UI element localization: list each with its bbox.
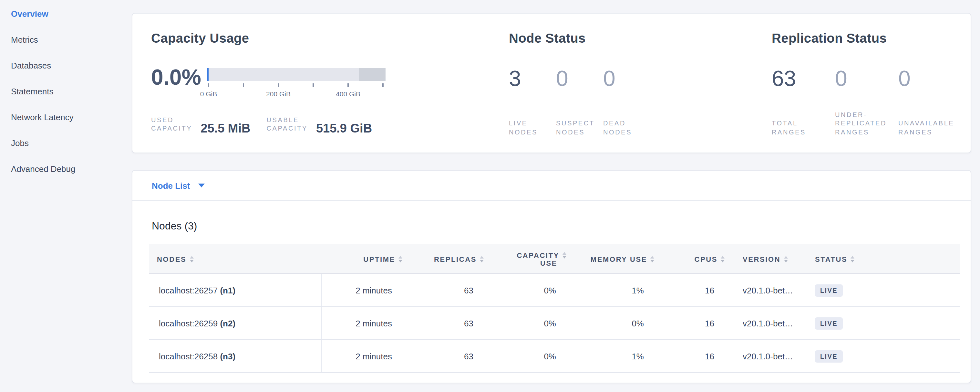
axis-label-0: 0 GiB bbox=[200, 90, 217, 97]
usable-capacity-label: USABLE CAPACITY bbox=[267, 116, 308, 132]
label-line: REPLICATED bbox=[835, 119, 898, 127]
replication-status-section: Replication Status 63 0 0 TOTAL RANGES U… bbox=[772, 14, 966, 153]
sort-icon bbox=[398, 256, 402, 262]
table-row: localhost:26259 (n2) 2 minutes 63 0% 0% … bbox=[149, 307, 960, 339]
column-label: MEMORY USE bbox=[590, 255, 647, 263]
status-cell: LIVE bbox=[809, 307, 960, 339]
uptime-cell: 2 minutes bbox=[321, 274, 402, 307]
replication-status-title: Replication Status bbox=[772, 31, 887, 46]
node-address-cell[interactable]: localhost:26257 (n1) bbox=[149, 274, 321, 307]
chevron-down-icon bbox=[198, 183, 205, 187]
used-capacity-label: USED CAPACITY bbox=[151, 116, 192, 132]
node-status-values: 3 0 0 bbox=[509, 67, 616, 89]
node-status-labels: LIVE NODES SUSPECT NODES DEAD NODES bbox=[509, 109, 632, 136]
used-capacity-bar bbox=[207, 68, 208, 81]
suspect-nodes-label: SUSPECT NODES bbox=[556, 119, 603, 136]
node-list-dropdown[interactable]: Node List bbox=[152, 181, 205, 190]
node-status-section: Node Status 3 0 0 LIVE NODES SUSPECT NOD… bbox=[509, 14, 754, 153]
capacity-use-cell: 0% bbox=[484, 274, 566, 307]
capacity-bar-chart: 0 GiB 200 GiB 400 GiB bbox=[207, 68, 385, 81]
status-badge: LIVE bbox=[815, 350, 843, 362]
replicas-cell: 63 bbox=[402, 274, 484, 307]
version-cell: v20.1.0-bet… bbox=[725, 274, 809, 307]
node-id: (n3) bbox=[220, 351, 235, 361]
column-label-line2: USE bbox=[540, 259, 557, 267]
column-header-status[interactable]: STATUS bbox=[809, 244, 960, 274]
column-label: STATUS bbox=[815, 255, 847, 263]
label-line: RANGES bbox=[772, 127, 835, 136]
column-header-uptime[interactable]: UPTIME bbox=[321, 244, 402, 274]
uptime-cell: 2 minutes bbox=[321, 307, 402, 339]
under-replicated-ranges-label: UNDER- REPLICATED RANGES bbox=[835, 110, 898, 136]
column-label: CPUS bbox=[694, 255, 718, 263]
capacity-use-cell: 0% bbox=[484, 339, 566, 373]
sidebar-item-jobs[interactable]: Jobs bbox=[0, 130, 129, 156]
label-line: USED bbox=[151, 116, 192, 124]
memory-use-cell: 1% bbox=[566, 339, 654, 373]
column-header-capacity-use[interactable]: CAPACITY USE bbox=[484, 244, 566, 274]
node-id: (n2) bbox=[220, 318, 235, 328]
status-cell: LIVE bbox=[809, 339, 960, 373]
axis-tick bbox=[382, 83, 383, 87]
status-badge: LIVE bbox=[815, 317, 843, 329]
sort-icon bbox=[851, 256, 854, 262]
node-address: localhost:26258 bbox=[159, 351, 218, 361]
memory-use-cell: 1% bbox=[566, 274, 654, 307]
nodes-table: NODES UPTIME REPLICAS CAPACITY bbox=[149, 244, 960, 373]
usable-capacity-value: 515.9 GiB bbox=[316, 121, 372, 136]
label-line: NODES bbox=[509, 127, 556, 136]
replication-status-values: 63 0 0 bbox=[772, 67, 911, 89]
version-cell: v20.1.0-bet… bbox=[725, 339, 809, 373]
label-line: NODES bbox=[556, 127, 603, 136]
axis-tick bbox=[243, 83, 244, 87]
column-header-nodes[interactable]: NODES bbox=[149, 244, 321, 274]
capacity-usage-title: Capacity Usage bbox=[151, 31, 249, 46]
node-address-cell[interactable]: localhost:26258 (n3) bbox=[149, 339, 321, 373]
sidebar-item-overview[interactable]: Overview bbox=[0, 1, 129, 27]
column-header-version[interactable]: VERSION bbox=[725, 244, 809, 274]
sidebar-item-metrics[interactable]: Metrics bbox=[0, 27, 129, 53]
capacity-use-cell: 0% bbox=[484, 307, 566, 339]
capacity-usage-section: Capacity Usage 0.0% 0 GiB 200 GiB 400 Gi… bbox=[151, 14, 513, 153]
live-nodes-label: LIVE NODES bbox=[509, 119, 556, 136]
sidebar-item-network-latency[interactable]: Network Latency bbox=[0, 104, 129, 130]
sidebar-item-databases[interactable]: Databases bbox=[0, 53, 129, 78]
cluster-summary-card: Capacity Usage 0.0% 0 GiB 200 GiB 400 Gi… bbox=[132, 13, 971, 153]
total-ranges-count: 63 bbox=[772, 67, 835, 89]
axis-label-400: 400 GiB bbox=[336, 90, 360, 97]
sort-icon bbox=[480, 256, 484, 262]
label-line: TOTAL bbox=[772, 119, 835, 127]
status-badge: LIVE bbox=[815, 284, 843, 296]
column-header-replicas[interactable]: REPLICAS bbox=[402, 244, 484, 274]
axis-tick bbox=[347, 83, 349, 87]
unavailable-ranges-label: UNAVAILABLE RANGES bbox=[898, 119, 954, 136]
used-capacity-value: 25.5 MiB bbox=[200, 121, 250, 136]
sort-icon bbox=[563, 252, 566, 258]
node-list-card: Node List Nodes (3) NODES bbox=[132, 170, 971, 383]
replicas-cell: 63 bbox=[402, 307, 484, 339]
label-line: DEAD bbox=[603, 119, 632, 127]
capacity-used-percent: 0.0% bbox=[151, 66, 201, 88]
replication-status-labels: TOTAL RANGES UNDER- REPLICATED RANGES UN… bbox=[772, 109, 954, 136]
status-cell: LIVE bbox=[809, 274, 960, 307]
node-list-dropdown-label: Node List bbox=[152, 181, 190, 190]
label-line: UNAVAILABLE bbox=[898, 119, 954, 127]
label-line: CAPACITY bbox=[267, 124, 308, 132]
axis-tick bbox=[313, 83, 314, 87]
sort-icon bbox=[721, 256, 725, 262]
sidebar-item-statements[interactable]: Statements bbox=[0, 78, 129, 104]
column-header-memory-use[interactable]: MEMORY USE bbox=[566, 244, 654, 274]
label-line: LIVE bbox=[509, 119, 556, 127]
axis-label-200: 200 GiB bbox=[266, 90, 291, 97]
column-header-cpus[interactable]: CPUS bbox=[654, 244, 725, 274]
sort-icon bbox=[650, 256, 654, 262]
version-cell: v20.1.0-bet… bbox=[725, 307, 809, 339]
node-id: (n1) bbox=[220, 285, 235, 295]
sort-icon bbox=[189, 256, 193, 262]
dead-nodes-label: DEAD NODES bbox=[603, 119, 632, 136]
table-row: localhost:26258 (n3) 2 minutes 63 0% 1% … bbox=[149, 339, 960, 373]
sidebar-item-advanced-debug[interactable]: Advanced Debug bbox=[0, 156, 129, 182]
overview-page: Overview Metrics Databases Statements Ne… bbox=[0, 0, 980, 392]
node-address-cell[interactable]: localhost:26259 (n2) bbox=[149, 307, 321, 339]
column-label: NODES bbox=[157, 255, 186, 263]
